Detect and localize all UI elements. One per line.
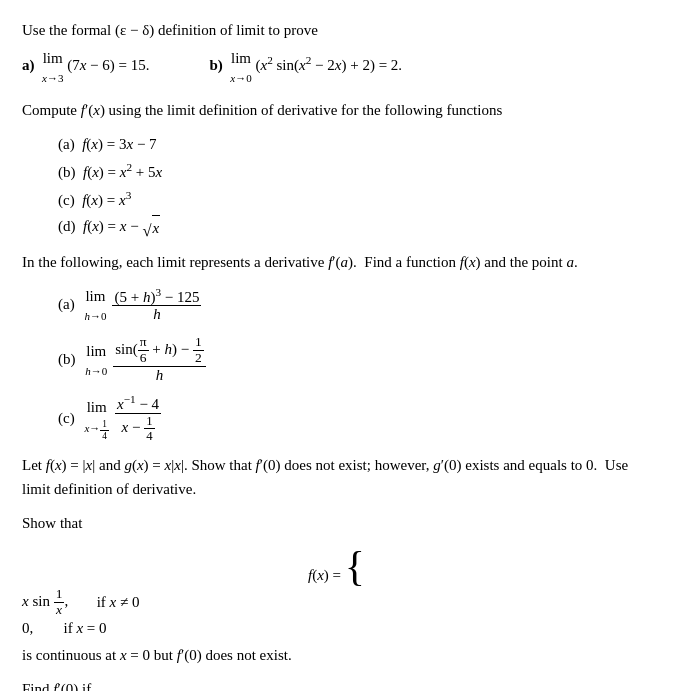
p3c: (c) lim x→14 x−1 − 4 x − 14 [58,393,651,443]
problem1-intro-text: Use the formal (ε − δ) definition of lim… [22,22,318,38]
p3a-label: (a) [58,292,78,316]
p3b-fraction: sin(π6 + h) − 12 h [113,335,206,383]
problem1b-lim: lim x→0 (x2 sin(x2 − 2x) + 2) = 2. [227,57,403,73]
problem1b: b) lim x→0 (x2 sin(x2 − 2x) + 2) = 2. [209,46,402,88]
p3b-label: (b) [58,347,79,371]
problem1b-label: b) [209,57,222,73]
p3a-fraction: (5 + h)3 − 125 h [112,286,201,323]
problem1-parts: a) lim x→3 (7x − 6) = 15. b) lim x→0 (x2… [22,46,651,88]
problem5-outro: is continuous at x = 0 but f′(0) does no… [22,643,651,667]
piecewise-cases: x sin 1x, if x ≠ 0 0, if x = 0 [22,587,651,637]
case2-cond: if x = 0 [41,620,121,637]
problem2-parts: (a) f(x) = 3x − 7 (b) f(x) = x2 + 5x (c)… [58,132,651,240]
case1-cond: if x ≠ 0 [76,594,156,611]
p3c-label: (c) [58,406,78,430]
p2a: (a) f(x) = 3x − 7 [58,132,651,156]
p3c-lim: lim x→14 [84,395,109,441]
problem1a: a) lim x→3 (7x − 6) = 15. [22,46,149,88]
p3b-lim: lim h→0 [85,339,107,381]
lim-a: lim x→3 [42,46,63,88]
case1-expr: x sin 1x, [22,587,68,618]
sqrt-x: √ x [142,215,160,240]
case2-expr: 0, [22,620,33,637]
p2b: (b) f(x) = x2 + 5x [58,158,651,184]
p3b: (b) lim h→0 sin(π6 + h) − 12 h [58,335,651,383]
p2c: (c) f(x) = x3 [58,186,651,212]
left-brace: { [345,543,365,589]
problem5-intro: Show that [22,511,651,535]
problem3-parts: (a) lim h→0 (5 + h)3 − 125 h (b) lim h→0… [58,284,651,443]
p3c-fraction: x−1 − 4 x − 14 [115,393,161,443]
problem4: Let f(x) = |x| and g(x) = x|x|. Show tha… [22,453,651,501]
problem1-intro: Use the formal (ε − δ) definition of lim… [22,18,651,42]
lim-b: lim x→0 [230,46,251,88]
problem6-intro: Find f′(0) if [22,677,651,691]
case2: 0, if x = 0 [22,620,651,637]
p3a-lim: lim h→0 [84,284,106,326]
case1: x sin 1x, if x ≠ 0 [22,587,651,618]
problem1a-lim: lim x→3 (7x − 6) = 15. [38,57,149,73]
p3a: (a) lim h→0 (5 + h)3 − 125 h [58,284,651,326]
problem5-equation: f(x) = { x sin 1x, if x ≠ 0 0, if x = 0 [22,545,651,637]
problem3-intro: In the following, each limit represents … [22,250,651,274]
problem1a-label: a) [22,57,35,73]
problem2-intro: Compute f′(x) using the limit definition… [22,98,651,122]
p2d: (d) f(x) = x − √ x [58,214,651,240]
